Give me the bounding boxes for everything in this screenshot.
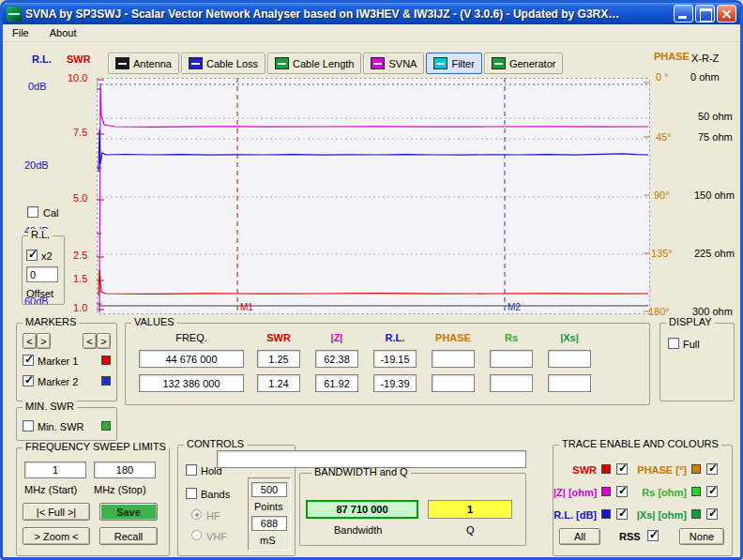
- display-group-title: DISPLAY: [666, 316, 715, 327]
- freq-stop-input[interactable]: [94, 462, 156, 478]
- hf-radio[interactable]: [191, 509, 202, 520]
- marker1-label: M1: [240, 302, 253, 312]
- sweep-time-value: 688: [251, 516, 287, 531]
- min-swr-label: Min. SWR: [38, 421, 84, 432]
- toolbar-button-filter[interactable]: Filter: [426, 53, 481, 74]
- marker2-label: M2: [508, 302, 521, 312]
- offset-label: Offset: [26, 288, 53, 299]
- minimize-button[interactable]: [674, 5, 693, 23]
- display-group: DISPLAY Full: [660, 323, 735, 401]
- x2-label: x2: [41, 250, 53, 262]
- filter-icon: [433, 57, 447, 69]
- trace-all-button[interactable]: All: [559, 528, 600, 545]
- trace-phase-label: PHASE [°]: [634, 464, 687, 476]
- trace-phase-checkbox[interactable]: [706, 463, 718, 475]
- bands-checkbox[interactable]: [186, 488, 197, 499]
- full-span-button[interactable]: |< Full >|: [23, 503, 90, 521]
- marker1-next-button[interactable]: >: [37, 333, 51, 349]
- values-group: VALUES FREQ. SWR |Z| R.L. PHASE Rs |Xs| …: [125, 323, 650, 405]
- trace-rl-checkbox[interactable]: [616, 508, 628, 520]
- swr-tick: 10.0: [68, 72, 87, 83]
- values-header-freq: FREQ.: [139, 332, 244, 343]
- freq-start-input[interactable]: [24, 462, 86, 478]
- zoom-button[interactable]: > Zoom <: [23, 527, 90, 545]
- rss-checkbox[interactable]: [647, 530, 659, 541]
- min-swr-group: MIN. SWR Min. SWR: [16, 407, 117, 441]
- menu-about[interactable]: About: [46, 26, 81, 39]
- app-icon: [7, 7, 22, 22]
- toolbar-button-antenna[interactable]: Antenna: [108, 53, 179, 74]
- phase-axis-caption: PHASE: [654, 51, 690, 62]
- toolbar-button-generator[interactable]: Generator: [484, 53, 564, 74]
- swr-tick: 7.5: [73, 127, 87, 138]
- marker1-prev-button[interactable]: <: [23, 333, 37, 349]
- toolbar-button-label: Cable Length: [293, 58, 354, 69]
- x2-checkbox[interactable]: [26, 250, 38, 261]
- vhf-radio[interactable]: [191, 530, 202, 540]
- trace-rl-label: R.L. [dB]: [553, 509, 597, 521]
- ohm-tick: 0 ohm: [690, 71, 720, 83]
- marker2-next-button[interactable]: >: [97, 333, 111, 349]
- values-group-title: VALUES: [131, 316, 177, 327]
- command-input[interactable]: [217, 450, 526, 468]
- trace-swr-checkbox[interactable]: [616, 463, 628, 475]
- m1-phase-value: [432, 350, 475, 368]
- toolbar-button-cable-loss[interactable]: Cable Loss: [181, 53, 265, 74]
- rl-axis-caption: R.L.: [32, 53, 52, 65]
- trace-xs-checkbox[interactable]: [706, 508, 718, 520]
- marker1-checkbox[interactable]: [23, 355, 34, 366]
- marker2-prev-button[interactable]: <: [83, 333, 97, 349]
- controls-group-title: CONTROLS: [184, 438, 247, 449]
- recall-button[interactable]: Recall: [99, 527, 158, 545]
- menubar: File About: [3, 24, 740, 42]
- trace-xs-label: |Xs| [ohm]: [634, 509, 687, 521]
- toolbar-button-svna[interactable]: SVNA: [363, 53, 424, 74]
- rl-offset-group: R.L. x2 Offset: [22, 235, 65, 305]
- maximize-button[interactable]: [695, 5, 715, 23]
- points-panel: 500 Points 688 mS: [248, 477, 291, 551]
- save-button[interactable]: Save: [99, 503, 158, 521]
- points-label: Points: [254, 501, 283, 512]
- cal-checkbox[interactable]: [27, 206, 38, 218]
- m2-phase-value: [432, 374, 475, 392]
- marker2-label: Marker 2: [38, 376, 78, 387]
- phase-tick: 90°: [654, 189, 670, 201]
- generator-icon: [492, 57, 506, 69]
- rl-trace: [99, 129, 648, 172]
- trace-rs-checkbox[interactable]: [706, 486, 718, 497]
- trace-rl-swatch: [601, 509, 611, 519]
- bands-label: Bands: [201, 489, 230, 500]
- rl-tick: 0dB: [28, 81, 47, 92]
- toolbar-button-cable-length[interactable]: Cable Length: [267, 53, 361, 74]
- hf-label: HF: [206, 510, 220, 522]
- m1-rl-value: -19.15: [373, 350, 417, 368]
- trace-z-checkbox[interactable]: [616, 486, 628, 497]
- ohm-tick: 50 ohm: [698, 111, 733, 122]
- trace-none-button[interactable]: None: [679, 528, 724, 545]
- min-swr-checkbox[interactable]: [23, 420, 34, 431]
- ohm-tick: 75 ohm: [698, 131, 733, 143]
- close-button[interactable]: [717, 5, 736, 23]
- svna-icon: [371, 57, 385, 69]
- ohm-tick: 225 ohm: [694, 248, 735, 259]
- chart-area[interactable]: M1 M2: [97, 78, 650, 314]
- freq-sweep-group: FREQUENCY SWEEP LIMITS MHz (Start) MHz (…: [16, 447, 170, 556]
- m2-rl-value: -19.39: [373, 374, 417, 392]
- values-header-xs: |Xs|: [548, 332, 591, 343]
- sweep-time-label: mS: [260, 535, 276, 546]
- swr-tick: 1.5: [73, 273, 87, 284]
- full-checkbox[interactable]: [668, 338, 679, 349]
- offset-input[interactable]: [26, 266, 58, 282]
- cable-loss-icon: [189, 57, 203, 69]
- vhf-label: VHF: [206, 531, 227, 542]
- toolbar-button-label: Generator: [509, 58, 556, 69]
- marker1-color-swatch: [101, 356, 111, 365]
- menu-file[interactable]: File: [8, 26, 33, 39]
- values-header-rs: Rs: [490, 332, 533, 343]
- marker2-checkbox[interactable]: [23, 375, 34, 386]
- hold-checkbox[interactable]: [186, 464, 197, 476]
- swr-trace: [99, 270, 648, 295]
- rss-label: RSS: [619, 531, 641, 542]
- trace-z-label: |Z| [ohm]: [553, 487, 597, 498]
- values-header-phase: PHASE: [432, 332, 475, 343]
